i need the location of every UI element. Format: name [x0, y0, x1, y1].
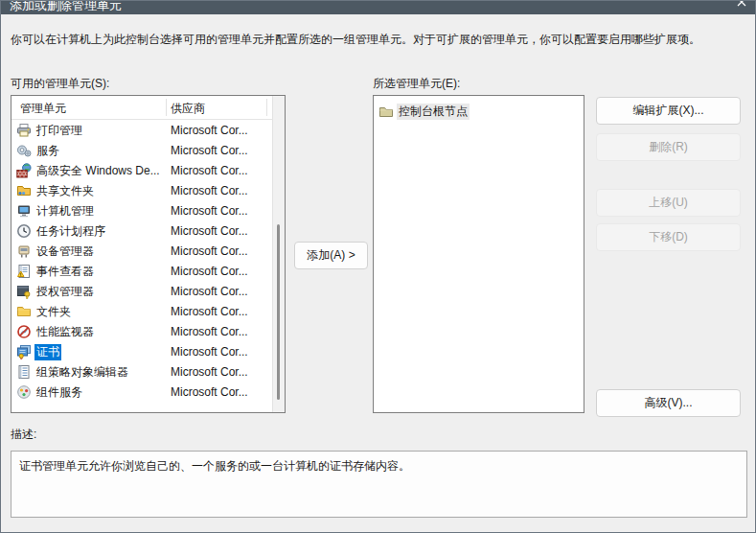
- snapin-name: 高级安全 Windows De...: [34, 163, 162, 179]
- snapin-name: 任务计划程序: [34, 223, 107, 240]
- snapin-name: 事件查看器: [34, 264, 96, 280]
- snapin-name: 组件服务: [34, 384, 84, 401]
- snapin-name: 计算机管理: [34, 203, 96, 220]
- snapin-name: 性能监视器: [34, 324, 96, 340]
- move-down-button: 下移(D): [596, 223, 741, 251]
- list-item[interactable]: 设备管理器Microsoft Cor...: [11, 242, 285, 262]
- snapin-vendor: Microsoft Cor...: [171, 201, 248, 221]
- window-title: 添加或删除管理单元: [10, 1, 122, 14]
- device-icon: [16, 243, 32, 259]
- auth-manager-icon: [16, 284, 32, 299]
- snapin-name: 证书: [34, 344, 61, 360]
- snapin-vendor: Microsoft Cor...: [171, 141, 248, 161]
- gpo-icon: [16, 364, 32, 380]
- snapin-vendor: Microsoft Cor...: [171, 121, 248, 141]
- snapin-vendor: Microsoft Cor...: [171, 382, 248, 403]
- list-item[interactable]: 事件查看器Microsoft Cor...: [11, 262, 285, 282]
- printer-icon: [16, 123, 32, 138]
- snapin-vendor: Microsoft Cor...: [171, 322, 248, 342]
- list-item[interactable]: 共享文件夹Microsoft Cor...: [11, 181, 285, 201]
- list-item[interactable]: 组策略对象编辑器Microsoft Cor...: [11, 362, 285, 382]
- column-header-vendor[interactable]: 供应商: [171, 101, 205, 117]
- description-text: 证书管理单元允许你浏览自己的、一个服务的或一台计算机的证书存储内容。: [19, 459, 410, 473]
- snapin-name: 控制台根节点: [397, 104, 470, 120]
- list-item[interactable]: 组件服务Microsoft Cor...: [11, 382, 285, 403]
- snapin-name: 文件夹: [34, 304, 73, 320]
- selected-label: 所选管理单元(E):: [373, 76, 460, 92]
- snapin-name: 组策略对象编辑器: [34, 364, 130, 381]
- firewall-icon: [16, 163, 32, 178]
- snapin-vendor: Microsoft Cor...: [171, 181, 248, 201]
- snapin-vendor: Microsoft Cor...: [171, 342, 248, 362]
- perf-monitor-icon: [16, 324, 32, 339]
- list-item[interactable]: 控制台根节点: [374, 102, 584, 123]
- snapin-vendor: Microsoft Cor...: [171, 161, 248, 181]
- column-divider: [166, 99, 167, 116]
- snapin-vendor: Microsoft Cor...: [171, 262, 248, 282]
- gear-icon: [16, 143, 32, 158]
- remove-button: 删除(R): [596, 133, 741, 161]
- list-item[interactable]: 证书Microsoft Cor...: [11, 342, 285, 362]
- list-item[interactable]: 授权管理器Microsoft Cor...: [11, 282, 285, 302]
- computer-icon: [16, 203, 32, 219]
- snapin-vendor: Microsoft Cor...: [171, 362, 248, 382]
- snapin-name: 服务: [34, 143, 61, 159]
- snapin-name: 共享文件夹: [34, 183, 96, 199]
- folder-icon: [16, 304, 32, 319]
- list-item[interactable]: 性能监视器Microsoft Cor...: [11, 322, 285, 342]
- titlebar: 添加或删除管理单元: [1, 1, 755, 14]
- component-icon: [16, 384, 32, 400]
- available-label: 可用的管理单元(S):: [11, 76, 109, 92]
- clock-icon: [16, 223, 32, 239]
- column-divider: [266, 99, 267, 116]
- certificate-icon: [16, 344, 32, 359]
- vertical-scrollbar[interactable]: [272, 96, 285, 412]
- snapin-vendor: Microsoft Cor...: [171, 221, 248, 242]
- snapin-vendor: Microsoft Cor...: [171, 302, 248, 322]
- description-box: 证书管理单元允许你浏览自己的、一个服务的或一台计算机的证书存储内容。: [11, 451, 747, 518]
- selected-snapins-list[interactable]: 控制台根节点: [373, 95, 584, 413]
- column-header-snapin[interactable]: 管理单元: [20, 101, 66, 117]
- list-item[interactable]: 文件夹Microsoft Cor...: [11, 302, 285, 322]
- list-item[interactable]: 打印管理Microsoft Cor...: [11, 121, 285, 141]
- snapin-name: 授权管理器: [34, 284, 96, 300]
- event-viewer-icon: [16, 264, 32, 279]
- list-item[interactable]: 任务计划程序Microsoft Cor...: [11, 221, 285, 242]
- edit-extensions-button[interactable]: 编辑扩展(X)...: [596, 97, 741, 125]
- available-snapins-list[interactable]: 管理单元 供应商 打印管理Microsoft Cor...服务Microsoft…: [11, 95, 286, 413]
- snapin-vendor: Microsoft Cor...: [171, 282, 248, 302]
- description-label: 描述:: [11, 427, 36, 443]
- scrollbar-thumb[interactable]: [277, 224, 280, 400]
- advanced-button[interactable]: 高级(V)...: [596, 389, 741, 417]
- shared-folder-icon: [16, 183, 32, 198]
- add-button[interactable]: 添加(A) >: [294, 242, 368, 269]
- list-header: 管理单元 供应商: [11, 96, 285, 120]
- add-remove-snapins-dialog: 添加或删除管理单元 你可以在计算机上为此控制台选择可用的管理单元并配置所选的一组…: [0, 0, 756, 533]
- console-folder-icon: [378, 104, 394, 120]
- list-item[interactable]: 服务Microsoft Cor...: [11, 141, 285, 161]
- list-item[interactable]: 高级安全 Windows De...Microsoft Cor...: [11, 161, 285, 181]
- snapin-name: 设备管理器: [34, 243, 96, 260]
- list-item[interactable]: 计算机管理Microsoft Cor...: [11, 201, 285, 221]
- close-icon[interactable]: [736, 1, 747, 8]
- intro-text: 你可以在计算机上为此控制台选择可用的管理单元并配置所选的一组管理单元。对于可扩展…: [11, 32, 750, 47]
- move-up-button: 上移(U): [596, 189, 741, 217]
- snapin-vendor: Microsoft Cor...: [171, 242, 248, 262]
- snapin-name: 打印管理: [34, 123, 84, 139]
